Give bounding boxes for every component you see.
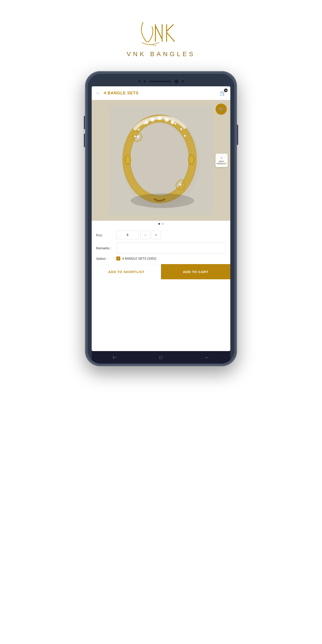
svg-point-6 [152,44,152,45]
svg-point-19 [179,183,181,186]
page-title: 4 BANGLE SETS [104,91,220,96]
next-label-2: PRODUCT [217,162,227,165]
svg-line-1 [156,26,162,39]
camera-dot-1 [138,80,140,82]
svg-line-4 [166,24,173,31]
svg-point-21 [188,155,194,164]
dot-1[interactable] [158,223,160,225]
svg-point-26 [184,135,186,137]
svg-point-8 [155,46,156,46]
product-bangle-image [103,106,219,215]
volume-down-button [84,134,85,147]
sensor-dot [182,80,184,82]
add-to-cart-button[interactable]: ADD TO CART [161,264,230,279]
power-button [237,125,238,145]
remarks-row: Remarks : [96,242,226,253]
svg-line-5 [166,32,174,41]
product-image-area: 🛒 › NEXT PRODUCT [92,100,230,221]
quantity-plus-button[interactable]: + [151,230,161,240]
back-button[interactable]: ← [96,90,100,96]
svg-point-29 [138,128,140,130]
next-label-1: NEXT [219,160,224,162]
svg-point-18 [137,136,139,138]
remarks-label: Remarks : [96,246,116,250]
remarks-input[interactable] [116,242,226,253]
add-to-shortlist-button[interactable]: ADD TO SHORTLIST [92,264,161,279]
phone-bottom-nav: ⊢ □ ← [92,351,230,364]
svg-point-27 [151,119,152,121]
product-image-bg [92,100,230,221]
select-row: Select : ✓ 4 BANGLE SETS (3352) [96,256,226,260]
svg-point-13 [145,120,148,124]
cart-button[interactable]: 🛒 18 [220,90,226,96]
logo-area: VNK BANGLES [126,0,196,58]
cart-badge: 18 [224,88,228,92]
form-area: Pcs: 4 − + Remarks : Select [92,227,230,264]
svg-point-23 [167,119,169,121]
svg-point-20 [125,155,131,164]
nav-recents-icon[interactable]: ← [204,355,209,360]
phone-body: ← 4 BANGLE SETS 🛒 18 [85,71,237,366]
dot-2[interactable] [162,223,164,225]
svg-point-30 [134,136,136,137]
pcs-row: Pcs: 4 − + [96,230,226,240]
select-item-label: 4 BANGLE SETS (3352) [122,257,156,260]
image-dots [92,221,230,227]
nav-back-icon[interactable]: ⊢ [113,355,117,360]
brand-name: VNK BANGLES [126,50,196,58]
quantity-control: 4 − + [116,230,161,240]
svg-point-31 [131,194,194,208]
bottom-action-buttons: ADD TO SHORTLIST ADD TO CART [92,264,230,279]
svg-point-24 [175,123,176,124]
app-header: ← 4 BANGLE SETS 🛒 18 [92,86,230,100]
quantity-minus-button[interactable]: − [140,230,150,240]
svg-point-28 [143,123,145,124]
camera-bar [88,76,234,86]
phone-device: ← 4 BANGLE SETS 🛒 18 [85,71,237,366]
product-cart-overlay-button[interactable]: 🛒 [216,104,227,115]
quantity-display: 4 [116,230,139,240]
svg-point-25 [180,128,182,130]
brand-logo [130,14,192,49]
speaker-bar [149,81,171,82]
volume-up-button [84,116,85,129]
select-label: Select : [96,257,116,260]
cart-overlay-icon: 🛒 [218,106,224,112]
select-checkbox[interactable]: ✓ [116,256,120,260]
next-product-button[interactable]: › NEXT PRODUCT [216,154,228,167]
svg-point-17 [171,120,174,124]
phone-screen: ← 4 BANGLE SETS 🛒 18 [92,86,230,351]
phone-inner-frame: ← 4 BANGLE SETS 🛒 18 [88,74,234,364]
select-checkbox-item: ✓ 4 BANGLE SETS (3352) [116,256,226,260]
next-chevron-icon: › [221,156,222,160]
pcs-label: Pcs: [96,233,116,237]
front-camera [174,80,178,84]
nav-home-icon[interactable]: □ [159,355,162,360]
camera-dot-2 [144,80,146,82]
svg-point-22 [159,118,160,120]
svg-point-7 [154,45,154,46]
